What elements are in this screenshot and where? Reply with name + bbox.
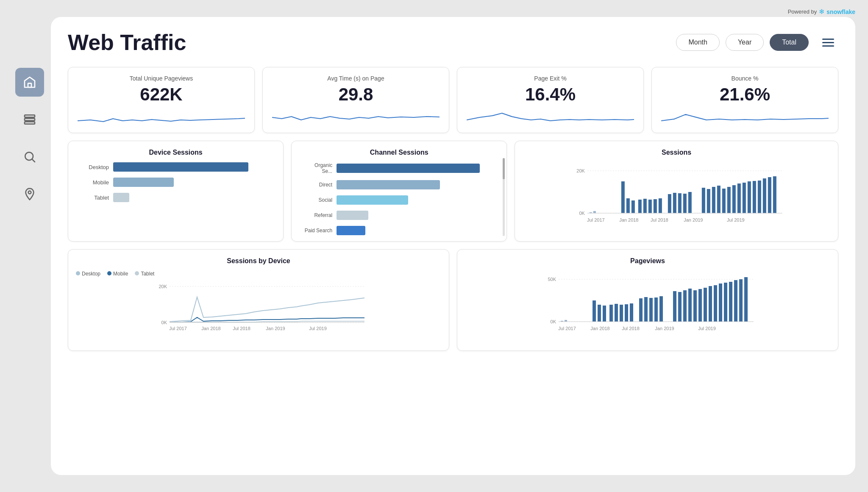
svg-rect-85	[719, 284, 722, 322]
bar-row-tablet: Tablet	[79, 193, 272, 202]
bar-referral	[337, 211, 368, 220]
scrollbar-thumb	[503, 158, 505, 179]
bar-mobile	[113, 178, 174, 187]
sessions-by-device-svg: 20K 0K Jul 2017 Jan 2018 Jul 2018 Jan 20…	[76, 280, 441, 344]
svg-text:Jan 2019: Jan 2019	[266, 326, 285, 331]
sessions-by-device-legend: Desktop Mobile Tablet	[76, 271, 441, 277]
svg-rect-68	[620, 305, 623, 322]
sidebar-item-search[interactable]	[15, 142, 44, 171]
bar-row-social: Social	[303, 195, 495, 205]
sessions-by-device-title: Sessions by Device	[76, 257, 441, 265]
channel-sessions-title: Channel Sessions	[299, 149, 499, 156]
svg-text:Jan 2018: Jan 2018	[201, 326, 220, 331]
svg-rect-17	[643, 199, 647, 213]
svg-text:20K: 20K	[577, 168, 585, 173]
svg-rect-13	[621, 181, 625, 213]
svg-text:Jul 2017: Jul 2017	[558, 326, 576, 331]
kpi-avgtime-value: 29.8	[272, 84, 440, 105]
svg-rect-74	[654, 297, 658, 322]
pageviews-card: Pageviews 50K 0K	[457, 249, 838, 351]
svg-rect-83	[709, 286, 712, 322]
bar-row-direct: Direct	[303, 180, 495, 189]
kpi-bounce-label: Bounce %	[661, 75, 829, 82]
svg-text:Jan 2018: Jan 2018	[590, 326, 609, 331]
svg-rect-24	[683, 194, 687, 213]
svg-text:Jul 2019: Jul 2019	[309, 326, 327, 331]
svg-rect-16	[638, 200, 642, 213]
svg-rect-86	[724, 283, 727, 322]
svg-rect-31	[727, 187, 731, 213]
svg-rect-32	[732, 185, 736, 213]
sidebar	[13, 68, 47, 208]
pageviews-title: Pageviews	[465, 257, 830, 265]
svg-text:Jan 2018: Jan 2018	[620, 217, 639, 222]
svg-rect-76	[673, 291, 676, 322]
svg-rect-40	[773, 176, 776, 213]
svg-rect-80	[693, 290, 697, 322]
svg-rect-34	[743, 183, 746, 213]
svg-rect-72	[644, 297, 648, 322]
filter-total-button[interactable]: Total	[770, 34, 809, 51]
kpi-bounce-sparkline	[661, 108, 829, 125]
svg-rect-20	[659, 198, 662, 213]
svg-rect-64	[598, 305, 601, 322]
kpi-pageexit-value: 16.4%	[467, 84, 634, 105]
kpi-avgtime: Avg Time (s) on Page 29.8	[262, 67, 449, 133]
svg-rect-65	[603, 306, 606, 322]
svg-rect-21	[668, 194, 671, 213]
svg-text:Jul 2018: Jul 2018	[651, 217, 668, 222]
svg-rect-69	[625, 304, 628, 322]
svg-rect-39	[768, 177, 771, 213]
svg-rect-19	[654, 199, 657, 213]
kpi-pageviews-label: Total Unique Pageviews	[78, 75, 245, 82]
bar-organic	[337, 164, 480, 173]
sidebar-item-home[interactable]	[15, 68, 44, 97]
device-sessions-chart: Desktop Mobile Tablet	[76, 162, 275, 202]
svg-rect-73	[649, 298, 653, 322]
filter-year-button[interactable]: Year	[726, 34, 764, 51]
svg-text:Jul 2019: Jul 2019	[727, 217, 745, 222]
sessions-card: Sessions 20K 0K	[515, 141, 838, 242]
svg-text:Jul 2018: Jul 2018	[233, 326, 250, 331]
menu-button[interactable]	[818, 32, 838, 53]
svg-line-5	[32, 159, 35, 162]
svg-rect-12	[593, 211, 596, 213]
menu-icon	[822, 45, 834, 47]
bar-row-mobile: Mobile	[79, 178, 272, 187]
sessions-title: Sessions	[523, 149, 830, 156]
filter-month-button[interactable]: Month	[676, 34, 719, 51]
svg-rect-36	[753, 181, 756, 213]
svg-rect-38	[763, 178, 766, 213]
bar-paid	[337, 226, 365, 235]
svg-rect-2	[25, 118, 35, 120]
svg-rect-23	[678, 193, 682, 213]
sidebar-item-layers[interactable]	[15, 105, 44, 134]
header: Web Traffic Month Year Total	[68, 30, 838, 55]
channel-sessions-card: Channel Sessions Organic Se... Direct So…	[291, 141, 507, 242]
svg-rect-84	[714, 285, 717, 322]
kpi-row: Total Unique Pageviews 622K Avg Time (s)…	[68, 67, 838, 133]
menu-icon	[822, 42, 834, 43]
bar-social	[337, 195, 408, 205]
bar-row-organic: Organic Se...	[303, 162, 495, 174]
svg-rect-67	[615, 304, 618, 322]
device-sessions-card: Device Sessions Desktop Mobile Tablet	[68, 141, 284, 242]
kpi-avgtime-label: Avg Time (s) on Page	[272, 75, 440, 82]
charts-row: Device Sessions Desktop Mobile Tablet	[68, 141, 838, 242]
svg-rect-15	[632, 200, 635, 213]
page-title: Web Traffic	[68, 30, 676, 55]
bar-tablet	[113, 193, 129, 202]
svg-rect-82	[704, 288, 707, 322]
svg-rect-27	[707, 189, 710, 213]
svg-text:0K: 0K	[551, 319, 556, 324]
svg-rect-25	[688, 192, 692, 213]
svg-rect-35	[748, 181, 751, 213]
svg-rect-88	[734, 280, 737, 322]
snowflake-icon: ❄	[819, 8, 824, 16]
svg-rect-1	[25, 115, 35, 117]
sessions-chart-svg: 20K 0K	[523, 162, 830, 234]
sidebar-item-location[interactable]	[15, 180, 44, 208]
svg-rect-30	[722, 189, 726, 213]
kpi-pageexit-sparkline	[467, 108, 634, 125]
kpi-bounce: Bounce % 21.6%	[651, 67, 838, 133]
